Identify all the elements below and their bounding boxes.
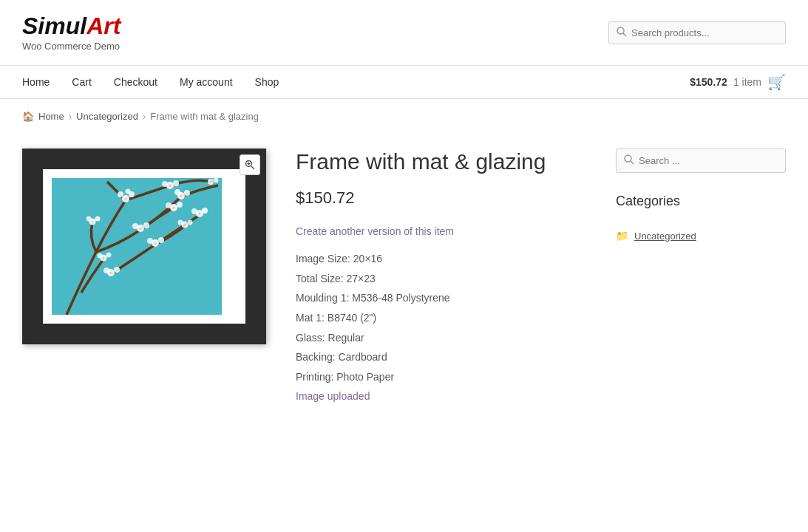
meta-backing: Backing: Cardboard bbox=[296, 347, 594, 367]
svg-line-52 bbox=[251, 166, 254, 169]
product-image-frame bbox=[22, 149, 266, 344]
breadcrumb: 🏠 Home › Uncategorized › Frame with mat … bbox=[0, 99, 808, 134]
svg-line-1 bbox=[623, 33, 626, 36]
zoom-button[interactable] bbox=[240, 154, 260, 175]
svg-point-29 bbox=[95, 216, 101, 222]
svg-point-46 bbox=[103, 257, 105, 259]
svg-point-45 bbox=[98, 253, 103, 259]
breadcrumb-current: Frame with mat & glazing bbox=[150, 111, 259, 122]
svg-point-55 bbox=[625, 155, 631, 162]
main-content: Frame with mat & glazing $150.72 Create … bbox=[0, 134, 808, 436]
logo-art: Art bbox=[86, 13, 120, 39]
svg-point-27 bbox=[173, 207, 175, 209]
search-icon bbox=[617, 27, 627, 39]
svg-point-33 bbox=[202, 208, 208, 214]
svg-point-18 bbox=[132, 223, 138, 229]
header-search-box[interactable] bbox=[608, 21, 786, 44]
svg-point-39 bbox=[110, 272, 112, 274]
svg-point-25 bbox=[177, 202, 183, 208]
svg-point-11 bbox=[169, 185, 172, 187]
logo-tagline: Woo Commerce Demo bbox=[22, 41, 120, 52]
meta-total-size: Total Size: 27×23 bbox=[296, 269, 594, 289]
product-image-mat bbox=[43, 169, 245, 324]
product-title: Frame with mat & glazing bbox=[296, 149, 594, 175]
svg-point-37 bbox=[114, 267, 120, 273]
sidebar: Categories 📁 Uncategorized bbox=[616, 149, 786, 406]
categories-title: Categories bbox=[616, 194, 786, 215]
sidebar-search-icon bbox=[624, 154, 634, 167]
nav-cart[interactable]: Cart bbox=[72, 76, 91, 88]
svg-point-49 bbox=[178, 220, 183, 225]
home-icon: 🏠 bbox=[22, 111, 34, 122]
svg-point-6 bbox=[126, 189, 131, 194]
product-details: Frame with mat & glazing $150.72 Create … bbox=[296, 149, 594, 406]
breadcrumb-category[interactable]: Uncategorized bbox=[76, 111, 138, 122]
product-price: $150.72 bbox=[296, 188, 594, 208]
svg-point-30 bbox=[86, 216, 92, 222]
product-image bbox=[52, 178, 222, 315]
svg-point-34 bbox=[191, 208, 197, 214]
nav-home[interactable]: Home bbox=[22, 76, 50, 88]
svg-rect-2 bbox=[52, 178, 222, 315]
meta-glass: Glass: Regular bbox=[296, 328, 594, 348]
artwork-svg bbox=[52, 178, 222, 315]
nav-checkout[interactable]: Checkout bbox=[114, 76, 157, 88]
category-item: 📁 Uncategorized bbox=[616, 227, 786, 245]
svg-point-17 bbox=[143, 222, 149, 228]
svg-point-10 bbox=[162, 181, 168, 187]
meta-image-uploaded: Image uploaded bbox=[296, 386, 594, 406]
nav-links: Home Cart Checkout My account Shop bbox=[22, 66, 690, 98]
product-image-wrap bbox=[22, 149, 266, 406]
svg-point-35 bbox=[199, 213, 201, 215]
meta-image-size: Image Size: 20×16 bbox=[296, 249, 594, 269]
header: SimulArt Woo Commerce Demo bbox=[0, 0, 808, 66]
svg-point-0 bbox=[617, 27, 624, 34]
svg-point-14 bbox=[174, 189, 180, 195]
sidebar-search-input[interactable] bbox=[639, 155, 778, 166]
svg-point-50 bbox=[184, 224, 186, 226]
svg-point-5 bbox=[118, 191, 123, 197]
cart-summary: $150.72 1 item 🛒 bbox=[690, 73, 786, 91]
svg-point-22 bbox=[147, 238, 153, 244]
svg-point-19 bbox=[140, 228, 142, 230]
svg-point-42 bbox=[210, 181, 212, 183]
svg-point-44 bbox=[106, 253, 112, 258]
cart-icon[interactable]: 🛒 bbox=[767, 73, 786, 91]
breadcrumb-home[interactable]: Home bbox=[38, 111, 64, 122]
svg-point-13 bbox=[184, 190, 190, 196]
meta-moulding: Moulding 1: M536-48 Polystyrene bbox=[296, 288, 594, 308]
header-search-input[interactable] bbox=[631, 27, 778, 38]
nav-myaccount[interactable]: My account bbox=[180, 76, 233, 88]
svg-point-15 bbox=[180, 195, 183, 197]
logo-text: SimulArt bbox=[22, 13, 120, 39]
folder-icon: 📁 bbox=[616, 230, 628, 242]
breadcrumb-sep1: › bbox=[69, 111, 72, 122]
svg-line-56 bbox=[631, 161, 634, 164]
svg-point-48 bbox=[188, 220, 193, 225]
svg-point-21 bbox=[158, 237, 164, 243]
logo-simul: Simul bbox=[22, 13, 86, 39]
create-version-link[interactable]: Create another version of this item bbox=[296, 225, 594, 237]
categories-list: 📁 Uncategorized bbox=[616, 227, 786, 245]
nav: Home Cart Checkout My account Shop $150.… bbox=[0, 66, 808, 99]
svg-point-31 bbox=[92, 221, 94, 223]
meta-mat: Mat 1: B8740 (2") bbox=[296, 308, 594, 328]
category-uncategorized[interactable]: Uncategorized bbox=[634, 231, 696, 242]
svg-point-38 bbox=[103, 267, 109, 273]
svg-point-9 bbox=[173, 180, 179, 186]
sidebar-search-box[interactable] bbox=[616, 149, 786, 173]
cart-item-count: 1 item bbox=[733, 76, 761, 88]
nav-shop[interactable]: Shop bbox=[255, 76, 279, 88]
breadcrumb-sep2: › bbox=[143, 111, 146, 122]
product-meta: Image Size: 20×16 Total Size: 27×23 Moul… bbox=[296, 249, 594, 406]
svg-point-7 bbox=[125, 198, 127, 200]
product-area: Frame with mat & glazing $150.72 Create … bbox=[22, 149, 594, 406]
logo: SimulArt Woo Commerce Demo bbox=[22, 13, 120, 52]
cart-amount: $150.72 bbox=[690, 76, 727, 88]
svg-point-26 bbox=[166, 202, 172, 208]
svg-point-23 bbox=[155, 242, 157, 245]
meta-printing: Printing: Photo Paper bbox=[296, 367, 594, 387]
